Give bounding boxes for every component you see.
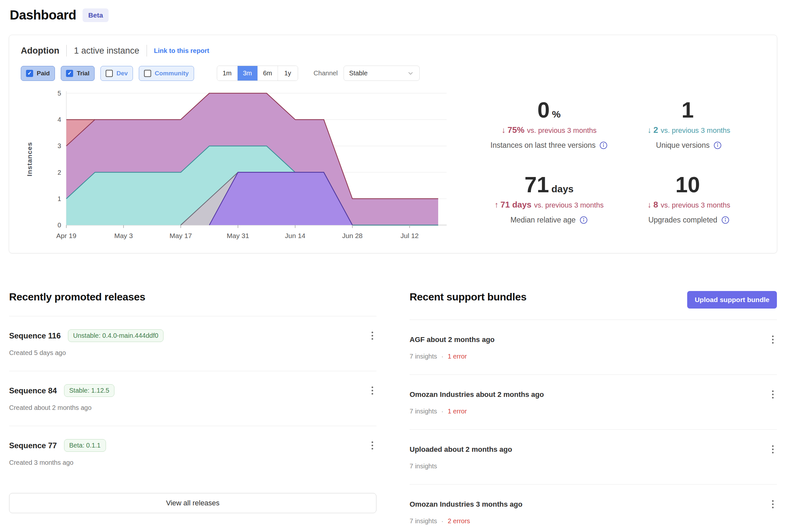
bundle-insights: 7 insights (410, 408, 437, 415)
stat-delta: ↓2vs. previous 3 months (619, 125, 759, 135)
upload-support-bundle-button[interactable]: Upload support bundle (687, 291, 777, 309)
license-filter-chips: ✓ Paid ✓ Trial Dev Community (21, 66, 194, 81)
stat-value: 1 (681, 97, 696, 122)
filter-chip-label: Trial (77, 70, 89, 77)
support-bundle-row: Uploaded about 2 months ago 7 insights · (410, 430, 777, 484)
svg-text:2: 2 (57, 169, 61, 176)
stat-number: 71 (524, 172, 549, 197)
svg-text:May 17: May 17 (170, 232, 192, 239)
svg-text:0: 0 (57, 221, 61, 228)
bundle-insights: 7 insights (410, 353, 437, 360)
channel-label: Channel (314, 70, 338, 77)
trend-arrow-icon: ↓ (502, 125, 506, 135)
kebab-menu-button[interactable] (769, 334, 777, 345)
checkbox-icon[interactable]: ✓ (66, 70, 73, 77)
stat-number: 0 (537, 97, 550, 122)
info-icon[interactable] (714, 141, 722, 149)
release-channel-tag: Unstable: 0.4.0-main.444ddf0 (68, 329, 163, 342)
release-sequence: Sequence 77 (9, 441, 57, 450)
support-bundle-row: Omozan Industries about 2 months ago 7 i… (410, 375, 777, 429)
filter-chip-trial[interactable]: ✓ Trial (61, 66, 95, 81)
trend-arrow-icon: ↑ (494, 200, 499, 209)
svg-text:Instances: Instances (26, 142, 33, 176)
adoption-card-header: Adoption 1 active instance Link to this … (21, 45, 765, 56)
bundle-errors: 2 errors (447, 517, 470, 525)
kebab-menu-button[interactable] (769, 498, 777, 510)
link-to-report[interactable]: Link to this report (154, 47, 209, 54)
delta-value: 2 (653, 125, 658, 135)
delta-value: 71 days (501, 200, 531, 210)
svg-text:Jul 12: Jul 12 (400, 232, 419, 239)
checkbox-icon[interactable] (144, 70, 151, 77)
info-icon[interactable] (721, 216, 730, 224)
kebab-menu-button[interactable] (769, 388, 777, 401)
svg-text:3: 3 (57, 142, 61, 149)
info-icon[interactable] (599, 141, 607, 149)
kebab-menu-button[interactable] (368, 439, 376, 452)
release-row: Sequence 84 Stable: 1.12.5 Created about… (9, 371, 376, 426)
release-sequence: Sequence 84 (9, 386, 57, 395)
info-icon[interactable] (580, 216, 588, 224)
channel-selected-value: Stable (349, 70, 368, 77)
filter-chip-dev[interactable]: Dev (100, 66, 133, 81)
filter-chip-community[interactable]: Community (139, 66, 194, 81)
bundle-title: Omozan Industries 3 months ago (410, 500, 523, 509)
releases-heading: Recently promoted releases (9, 291, 376, 303)
channel-select[interactable]: Stable (344, 66, 420, 81)
page-header: Dashboard Beta (0, 0, 786, 22)
release-created: Created 3 months ago (9, 459, 376, 466)
release-channel-tag: Beta: 0.1.1 (64, 439, 106, 452)
stat-number: 10 (675, 172, 700, 197)
chevron-down-icon (407, 70, 414, 77)
svg-text:Jun 28: Jun 28 (342, 232, 363, 239)
delta-value: 8 (653, 200, 658, 210)
filter-chip-label: Community (155, 70, 189, 77)
adoption-stats-grid: 0 % ↓75%vs. previous 3 months Instances … (463, 88, 765, 245)
stat-value: 10 (675, 172, 702, 197)
separator (146, 45, 147, 56)
checkbox-icon[interactable] (106, 70, 113, 77)
kebab-menu-button[interactable] (368, 385, 376, 396)
range-1y[interactable]: 1y (278, 66, 298, 80)
view-all-releases-button[interactable]: View all releases (9, 493, 376, 513)
stat-delta: ↓8vs. previous 3 months (619, 200, 759, 210)
stat-suffix: days (551, 184, 573, 195)
svg-text:1: 1 (57, 195, 61, 202)
bundle-insights: 7 insights (410, 517, 437, 525)
channel-control: Channel Stable (314, 66, 420, 81)
svg-text:Jun 14: Jun 14 (285, 232, 305, 239)
range-6m[interactable]: 6m (257, 66, 278, 80)
kebab-menu-button[interactable] (769, 443, 777, 455)
kebab-menu-button[interactable] (368, 330, 376, 342)
stat-label: Upgrades completed (619, 216, 759, 224)
adoption-area-chart: 012345Apr 19May 3May 17May 31Jun 14Jun 2… (21, 88, 463, 245)
trend-arrow-icon: ↓ (648, 125, 652, 135)
bundle-insights: 7 insights (410, 462, 437, 470)
stat-median-relative-age: 71 days ↑71 daysvs. previous 3 months Me… (479, 172, 619, 224)
checkbox-icon[interactable]: ✓ (26, 70, 33, 77)
dot-separator: · (441, 408, 444, 415)
stat-suffix: % (552, 109, 561, 120)
bundles-heading: Recent support bundles (410, 291, 527, 303)
range-3m[interactable]: 3m (237, 66, 257, 80)
stat-number: 1 (681, 97, 694, 122)
svg-text:5: 5 (57, 90, 61, 97)
adoption-card: Adoption 1 active instance Link to this … (9, 35, 777, 253)
svg-text:Apr 19: Apr 19 (56, 232, 76, 239)
release-sequence: Sequence 116 (9, 331, 61, 340)
stat-label: Unique versions (619, 141, 759, 150)
svg-text:4: 4 (57, 116, 61, 123)
adoption-card-title: Adoption (21, 46, 59, 56)
support-bundle-row: Omozan Industries 3 months ago 7 insight… (410, 485, 777, 532)
range-1m[interactable]: 1m (217, 66, 237, 80)
delta-text: vs. previous 3 months (661, 201, 730, 209)
filter-chip-paid[interactable]: ✓ Paid (21, 66, 55, 81)
delta-text: vs. previous 3 months (527, 126, 597, 135)
delta-text: vs. previous 3 months (661, 126, 730, 135)
stat-delta: ↑71 daysvs. previous 3 months (479, 200, 619, 210)
support-bundle-row: AGF about 2 months ago 7 insights · 1 er… (410, 320, 777, 374)
stat-label: Instances on last three versions (479, 141, 619, 150)
release-row: Sequence 77 Beta: 0.1.1 Created 3 months… (9, 426, 376, 481)
stat-unique-versions: 1 ↓2vs. previous 3 months Unique version… (619, 97, 759, 150)
stat-label: Median relative age (479, 216, 619, 224)
